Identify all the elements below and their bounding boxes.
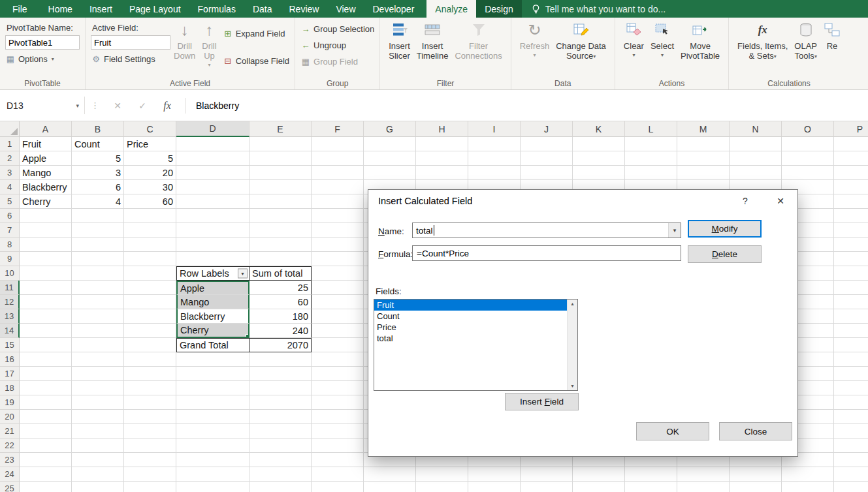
cell-D13[interactable]: Blackberry <box>176 309 249 324</box>
cell-I1[interactable] <box>468 137 521 151</box>
menu-tab-developer[interactable]: Developer <box>364 0 423 18</box>
cell-B4[interactable]: 6 <box>72 180 124 194</box>
cell-A16[interactable] <box>20 352 72 367</box>
ungroup-button[interactable]: ← Ungroup <box>300 40 346 50</box>
cell-L24[interactable] <box>625 467 677 482</box>
column-header-D[interactable]: D <box>176 121 249 137</box>
cell-H2[interactable] <box>416 151 468 166</box>
close-button[interactable]: Close <box>719 422 792 440</box>
cell-A10[interactable] <box>20 266 72 281</box>
cell-C25[interactable] <box>124 482 176 492</box>
cell-A25[interactable] <box>20 482 72 492</box>
cell-F18[interactable] <box>312 381 364 395</box>
cell-B18[interactable] <box>72 381 124 395</box>
column-header-M[interactable]: M <box>677 121 730 137</box>
cell-O24[interactable] <box>782 467 834 482</box>
cell-C6[interactable] <box>124 209 176 223</box>
cell-K2[interactable] <box>573 151 625 166</box>
cell-E23[interactable] <box>249 453 312 467</box>
cell-B16[interactable] <box>72 352 124 367</box>
cell-E10[interactable]: Sum of total <box>249 266 312 281</box>
column-header-G[interactable]: G <box>364 121 416 137</box>
cell-B21[interactable] <box>72 424 124 438</box>
cell-G1[interactable] <box>364 137 416 151</box>
cell-B2[interactable]: 5 <box>72 151 124 166</box>
cell-C20[interactable] <box>124 410 176 424</box>
cell-C17[interactable] <box>124 367 176 381</box>
cell-O3[interactable] <box>782 166 834 180</box>
cell-C24[interactable] <box>124 467 176 482</box>
cell-C14[interactable] <box>124 324 176 338</box>
column-header-L[interactable]: L <box>625 121 677 137</box>
menu-tab-formulas[interactable]: Formulas <box>189 0 244 18</box>
cell-P1[interactable] <box>834 137 868 151</box>
cell-H25[interactable] <box>416 482 468 492</box>
cell-L3[interactable] <box>625 166 677 180</box>
column-header-I[interactable]: I <box>468 121 521 137</box>
fields-items-sets-button[interactable]: fx Fields, Items, & Sets ▾ <box>734 18 791 61</box>
cell-C10[interactable] <box>124 266 176 281</box>
cell-D14[interactable]: Cherry <box>176 324 249 338</box>
cell-P12[interactable] <box>834 295 868 309</box>
cell-E6[interactable] <box>249 209 312 223</box>
cell-M24[interactable] <box>677 467 730 482</box>
column-header-F[interactable]: F <box>312 121 364 137</box>
cell-E19[interactable] <box>249 395 312 410</box>
row-header-16[interactable]: 16 <box>0 352 20 367</box>
cell-E18[interactable] <box>249 381 312 395</box>
cell-A22[interactable] <box>20 438 72 453</box>
cell-C11[interactable] <box>124 281 176 295</box>
tell-me-box[interactable]: Tell me what you want to do... <box>522 0 675 18</box>
menu-tab-view[interactable]: View <box>327 0 364 18</box>
cell-P23[interactable] <box>834 453 868 467</box>
cell-C22[interactable] <box>124 438 176 453</box>
cell-A5[interactable]: Cherry <box>20 194 72 209</box>
menu-tab-file[interactable]: File <box>0 0 40 18</box>
delete-button[interactable]: Delete <box>688 245 762 263</box>
cell-D4[interactable] <box>176 180 249 194</box>
cell-D11[interactable]: Apple <box>176 281 249 295</box>
cell-H24[interactable] <box>416 467 468 482</box>
cell-I3[interactable] <box>468 166 521 180</box>
row-header-17[interactable]: 17 <box>0 367 20 381</box>
cell-P11[interactable] <box>834 281 868 295</box>
cell-J1[interactable] <box>521 137 573 151</box>
column-header-A[interactable]: A <box>20 121 72 137</box>
cell-C18[interactable] <box>124 381 176 395</box>
column-header-N[interactable]: N <box>730 121 782 137</box>
cell-C16[interactable] <box>124 352 176 367</box>
cell-D22[interactable] <box>176 438 249 453</box>
cell-E15[interactable]: 2070 <box>249 338 312 352</box>
cell-B20[interactable] <box>72 410 124 424</box>
cell-P2[interactable] <box>834 151 868 166</box>
cell-E9[interactable] <box>249 252 312 266</box>
cell-B15[interactable] <box>72 338 124 352</box>
select-all-corner[interactable] <box>0 121 20 137</box>
name-dropdown-button[interactable]: ▾ <box>668 223 681 238</box>
pivottable-name-input[interactable] <box>5 35 80 50</box>
cell-D20[interactable] <box>176 410 249 424</box>
insert-slicer-button[interactable]: Insert Slicer <box>385 18 413 61</box>
cell-D18[interactable] <box>176 381 249 395</box>
column-header-H[interactable]: H <box>416 121 468 137</box>
cell-D25[interactable] <box>176 482 249 492</box>
cell-E16[interactable] <box>249 352 312 367</box>
cell-A23[interactable] <box>20 453 72 467</box>
cell-F2[interactable] <box>312 151 364 166</box>
row-header-6[interactable]: 6 <box>0 209 20 223</box>
column-header-J[interactable]: J <box>521 121 573 137</box>
cell-B1[interactable]: Count <box>72 137 124 151</box>
row-header-1[interactable]: 1 <box>0 137 20 151</box>
cell-D5[interactable] <box>176 194 249 209</box>
cell-C5[interactable]: 60 <box>124 194 176 209</box>
cell-J3[interactable] <box>521 166 573 180</box>
cell-A4[interactable]: Blackberry <box>20 180 72 194</box>
cell-E21[interactable] <box>249 424 312 438</box>
cell-A8[interactable] <box>20 238 72 252</box>
scroll-down-icon[interactable]: ▼ <box>570 384 575 388</box>
cell-F25[interactable] <box>312 482 364 492</box>
cell-E4[interactable] <box>249 180 312 194</box>
cell-N1[interactable] <box>730 137 782 151</box>
cell-A21[interactable] <box>20 424 72 438</box>
cell-I2[interactable] <box>468 151 521 166</box>
